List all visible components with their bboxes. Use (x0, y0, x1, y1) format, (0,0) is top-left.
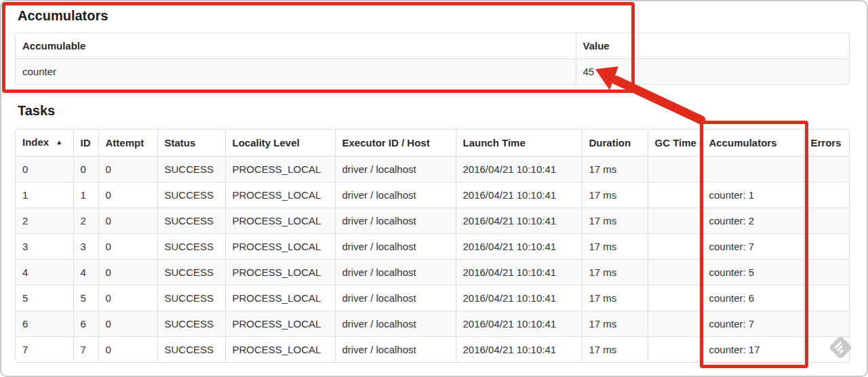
task-cell-id: 7 (73, 337, 98, 363)
task-cell-gc-time (648, 182, 702, 208)
task-cell-id: 1 (73, 182, 98, 208)
column-header-status[interactable]: Status (157, 130, 225, 157)
task-cell-locality-level: PROCESS_LOCAL (225, 182, 335, 208)
task-cell-status: SUCCESS (157, 234, 225, 260)
task-cell-errors (804, 260, 849, 285)
task-cell-accumulators: counter: 17 (702, 337, 804, 363)
task-cell-gc-time (648, 337, 702, 363)
task-cell-id: 3 (73, 234, 98, 260)
column-header-duration[interactable]: Duration (582, 130, 648, 157)
task-cell-errors (804, 285, 849, 311)
accumulable-name-cell: counter (16, 59, 576, 85)
task-cell-locality-level: PROCESS_LOCAL (225, 260, 335, 285)
task-cell-accumulators: counter: 2 (702, 208, 804, 234)
task-row: 770SUCCESSPROCESS_LOCALdriver / localhos… (16, 337, 849, 363)
task-cell-executor-id-host: driver / localhost (335, 311, 456, 337)
task-cell-attempt: 0 (98, 208, 157, 234)
task-cell-gc-time (648, 234, 702, 260)
column-header-launch-time[interactable]: Launch Time (456, 130, 582, 157)
task-cell-status: SUCCESS (157, 311, 225, 337)
task-cell-index: 0 (16, 157, 73, 182)
column-header-executor-id-host[interactable]: Executor ID / Host (335, 130, 456, 157)
task-cell-status: SUCCESS (157, 337, 225, 363)
task-cell-attempt: 0 (98, 285, 157, 311)
task-cell-gc-time (648, 311, 702, 337)
column-header-gc-time[interactable]: GC Time (648, 130, 702, 157)
task-cell-accumulators (702, 157, 804, 182)
task-cell-duration: 17 ms (582, 157, 648, 182)
column-header-index[interactable]: Index▲ (16, 130, 73, 157)
task-cell-attempt: 0 (98, 260, 157, 285)
task-row: 220SUCCESSPROCESS_LOCALdriver / localhos… (16, 208, 849, 234)
task-cell-attempt: 0 (98, 157, 157, 182)
task-cell-launch-time: 2016/04/21 10:10:41 (456, 157, 582, 182)
task-cell-locality-level: PROCESS_LOCAL (225, 208, 335, 234)
task-cell-status: SUCCESS (157, 182, 225, 208)
task-cell-launch-time: 2016/04/21 10:10:41 (456, 311, 582, 337)
task-cell-index: 2 (16, 208, 73, 234)
task-cell-gc-time (648, 285, 702, 311)
task-cell-attempt: 0 (98, 311, 157, 337)
task-row: 550SUCCESSPROCESS_LOCALdriver / localhos… (16, 285, 849, 311)
task-cell-errors (804, 234, 849, 260)
column-header-index-label: Index (22, 136, 49, 148)
task-cell-duration: 17 ms (582, 285, 648, 311)
task-cell-executor-id-host: driver / localhost (335, 337, 456, 363)
task-cell-index: 5 (16, 285, 73, 311)
task-row: 440SUCCESSPROCESS_LOCALdriver / localhos… (16, 260, 849, 285)
task-cell-launch-time: 2016/04/21 10:10:41 (456, 337, 582, 363)
task-cell-accumulators: counter: 7 (702, 234, 804, 260)
task-cell-executor-id-host: driver / localhost (335, 234, 456, 260)
task-cell-duration: 17 ms (582, 311, 648, 337)
task-cell-locality-level: PROCESS_LOCAL (225, 234, 335, 260)
task-cell-launch-time: 2016/04/21 10:10:41 (456, 182, 582, 208)
task-cell-launch-time: 2016/04/21 10:10:41 (456, 208, 582, 234)
task-cell-errors (804, 157, 849, 182)
task-cell-id: 2 (73, 208, 98, 234)
task-cell-errors (804, 182, 849, 208)
accumulators-header-row: Accumulable Value (16, 33, 849, 59)
accumulators-summary-table: Accumulable Value counter 45 (15, 33, 850, 85)
task-cell-status: SUCCESS (157, 157, 225, 182)
task-cell-attempt: 0 (98, 234, 157, 260)
tasks-header-row: Index▲ ID Attempt Status Locality Level … (16, 130, 849, 157)
task-cell-locality-level: PROCESS_LOCAL (225, 337, 335, 363)
task-cell-duration: 17 ms (582, 337, 648, 363)
task-cell-launch-time: 2016/04/21 10:10:41 (456, 234, 582, 260)
task-cell-locality-level: PROCESS_LOCAL (225, 285, 335, 311)
task-cell-duration: 17 ms (582, 182, 648, 208)
task-cell-accumulators: counter: 5 (702, 260, 804, 285)
task-cell-gc-time (648, 208, 702, 234)
task-cell-locality-level: PROCESS_LOCAL (225, 157, 335, 182)
column-header-accumulators[interactable]: Accumulators (702, 130, 804, 157)
task-cell-accumulators: counter: 7 (702, 311, 804, 337)
column-header-errors[interactable]: Errors (804, 130, 849, 157)
sort-ascending-icon: ▲ (56, 138, 62, 146)
column-header-id[interactable]: ID (73, 130, 98, 157)
task-cell-errors (804, 208, 849, 234)
task-row: 110SUCCESSPROCESS_LOCALdriver / localhos… (16, 182, 849, 208)
task-cell-duration: 17 ms (582, 260, 648, 285)
task-cell-errors (804, 311, 849, 337)
task-cell-gc-time (648, 157, 702, 182)
tasks-section-heading: Tasks (18, 102, 55, 119)
column-header-accumulable: Accumulable (16, 33, 576, 59)
task-cell-index: 1 (16, 182, 73, 208)
tasks-table: Index▲ ID Attempt Status Locality Level … (15, 129, 850, 363)
task-cell-index: 3 (16, 234, 73, 260)
task-cell-duration: 17 ms (582, 234, 648, 260)
task-cell-executor-id-host: driver / localhost (335, 285, 456, 311)
accumulator-row: counter 45 (16, 59, 849, 85)
task-cell-locality-level: PROCESS_LOCAL (225, 311, 335, 337)
task-row: 330SUCCESSPROCESS_LOCALdriver / localhos… (16, 234, 849, 260)
task-cell-id: 4 (73, 260, 98, 285)
task-cell-gc-time (648, 260, 702, 285)
task-cell-status: SUCCESS (157, 285, 225, 311)
column-header-attempt[interactable]: Attempt (98, 130, 157, 157)
task-cell-index: 6 (16, 311, 73, 337)
task-row: 000SUCCESSPROCESS_LOCALdriver / localhos… (16, 157, 849, 182)
task-cell-launch-time: 2016/04/21 10:10:41 (456, 285, 582, 311)
task-cell-status: SUCCESS (157, 260, 225, 285)
task-cell-status: SUCCESS (157, 208, 225, 234)
column-header-locality-level[interactable]: Locality Level (225, 130, 335, 157)
